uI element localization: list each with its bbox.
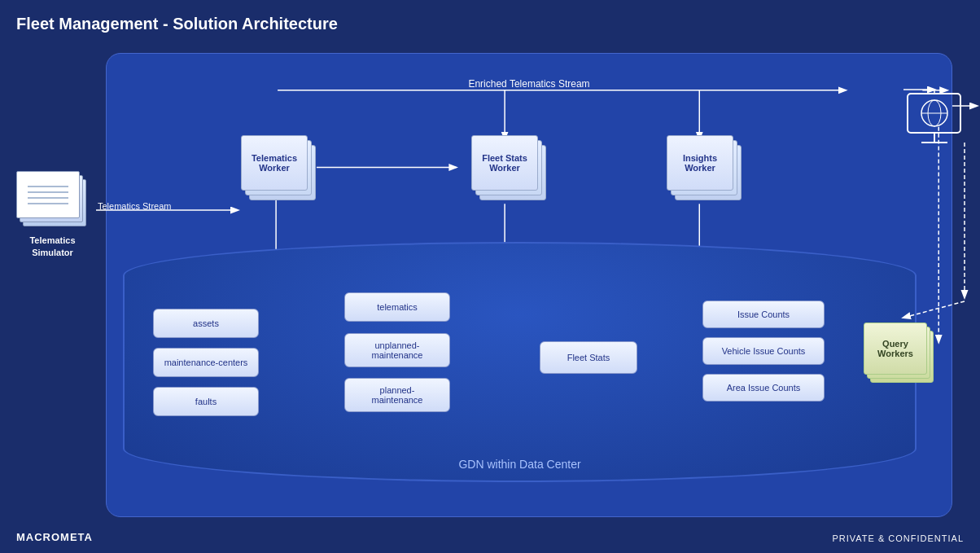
gdn-label: GDN within Data Center — [458, 458, 580, 471]
page-title: Fleet Management - Solution Architecture — [16, 15, 338, 33]
telematics-stream-label: Telematics Stream — [98, 201, 171, 211]
telematics-simulator: TelematicsSimulator — [10, 171, 95, 260]
maintenance-centers-box: maintenance-centers — [153, 348, 259, 377]
fleet-stats-worker: Fleet StatsWorker — [471, 135, 549, 204]
db-oval: GDN within Data Center assets maintenanc… — [123, 242, 917, 482]
telematics-worker: TelematicsWorker — [241, 135, 318, 204]
planned-maintenance-box: planned- maintenance — [344, 378, 450, 412]
main-container: Enriched Telematics Stream TelematicsWor… — [106, 53, 952, 517]
footer-left: MACROMETA — [16, 531, 93, 543]
insights-worker: Insights Worker — [667, 135, 744, 204]
footer-right: PRIVATE & CONFIDENTIAL — [832, 533, 964, 543]
telematics-simulator-label: TelematicsSimulator — [10, 235, 95, 260]
fleet-stats-box: Fleet Stats — [540, 341, 637, 374]
telematics-box: telematics — [344, 292, 450, 322]
issue-counts-box: Issue Counts — [702, 301, 825, 328]
area-issue-counts-box: Area Issue Counts — [702, 374, 825, 402]
query-workers: Query Workers — [864, 323, 937, 389]
enriched-stream-label: Enriched Telematics Stream — [468, 78, 589, 90]
unplanned-maintenance-box: unplanned- maintenance — [344, 333, 450, 367]
vehicle-issue-counts-box: Vehicle Issue Counts — [702, 337, 825, 365]
assets-box: assets — [153, 309, 259, 338]
faults-box: faults — [153, 387, 259, 416]
